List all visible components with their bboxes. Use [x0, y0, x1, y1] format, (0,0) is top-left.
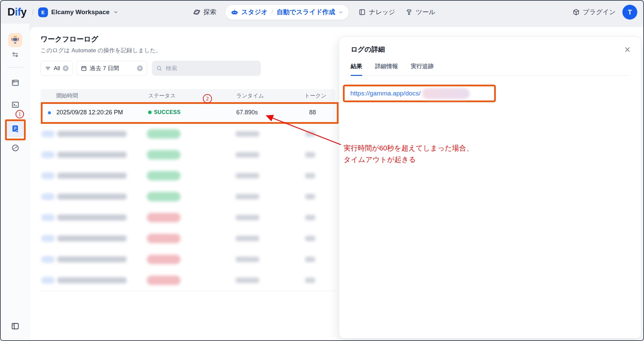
tab-execution-trace[interactable]: 実行追跡 [411, 62, 434, 75]
close-button[interactable] [623, 46, 632, 54]
page-title: ワークフローログ [41, 34, 98, 44]
blurred-start-time [57, 215, 127, 221]
logs-active-tile [7, 120, 24, 137]
blurred-start-time [57, 277, 127, 283]
sidebar-item-orchestrate[interactable] [1, 51, 30, 59]
robot-app-icon [8, 33, 22, 47]
blurred-tokens [305, 236, 315, 241]
blurred-status-badge [147, 234, 181, 243]
blurred-runtime [236, 257, 259, 262]
blurred-runtime [236, 236, 259, 241]
chevron-down-icon[interactable] [338, 10, 343, 15]
dify-app-window: Dify / E Elcamy Workspace 探索 スタジオ / 自動でス… [0, 0, 644, 341]
cube-icon [572, 8, 580, 16]
success-dot-icon [148, 111, 152, 114]
table-row-blurred[interactable] [41, 123, 335, 144]
blurred-status-badge [147, 129, 181, 139]
sidebar-item-monitoring[interactable] [1, 144, 30, 152]
api-terminal-icon [11, 101, 20, 109]
table-row-blurred[interactable] [41, 144, 335, 165]
blurred-dot [41, 277, 55, 284]
blurred-dot [41, 172, 55, 179]
blurred-runtime [236, 131, 259, 137]
table-row-blurred[interactable] [41, 270, 335, 291]
breadcrumb-separator: / [32, 8, 34, 17]
blurred-tokens [305, 257, 315, 262]
log-detail-panel: ログの詳細 結果 詳細情報 実行追跡 https://gamma.app/doc… [339, 36, 641, 339]
blurred-start-time [57, 131, 127, 137]
table-row-blurred[interactable] [41, 249, 335, 270]
status-filter[interactable]: All ✕ [41, 61, 73, 76]
workspace-badge: E [38, 7, 48, 17]
nav-plugins[interactable]: プラグイン [572, 8, 616, 17]
blurred-status-badge [147, 255, 181, 264]
table-row-selected[interactable]: 2025/09/28 12:20:26 PM SUCCESS 67.890s 8… [41, 102, 335, 123]
cell-tokens: 88 [309, 109, 316, 116]
page-subtitle: このログは Automate の操作を記録しました。 [41, 47, 162, 54]
filter-bar: All ✕ 過去 7 日間 ✕ [41, 61, 261, 76]
blurred-tokens [305, 173, 315, 178]
sidebar-item-app[interactable] [1, 33, 30, 47]
blurred-status-badge [147, 192, 181, 201]
nav-studio[interactable]: スタジオ [241, 8, 268, 17]
sidebar-item-api[interactable] [1, 101, 30, 109]
book-icon [358, 8, 366, 16]
chevron-down-icon [113, 9, 118, 15]
col-tokens: トークン [304, 92, 326, 100]
collapse-panel-icon [11, 322, 20, 331]
blurred-status-badge [147, 213, 181, 222]
logs-icon [10, 124, 20, 134]
blurred-start-time [57, 173, 127, 179]
blurred-tokens [305, 215, 315, 220]
dify-logo: Dify [7, 6, 27, 18]
blurred-dot [41, 193, 55, 200]
calendar-icon [81, 65, 87, 72]
table-row-blurred[interactable] [41, 186, 335, 207]
blurred-dot [41, 214, 55, 221]
nav-knowledge[interactable]: ナレッジ [358, 8, 395, 17]
clear-period-filter-icon[interactable]: ✕ [137, 65, 143, 71]
sidebar [1, 24, 30, 340]
planet-icon [193, 8, 200, 16]
workspace-name: Elcamy Workspace [51, 8, 110, 16]
table-row-blurred[interactable] [41, 207, 335, 228]
blurred-tokens [305, 131, 315, 137]
period-filter[interactable]: 過去 7 日間 ✕ [76, 61, 147, 76]
sidebar-item-preview[interactable] [1, 79, 30, 87]
workspace-switcher[interactable]: E Elcamy Workspace [38, 7, 118, 17]
blurred-tokens [305, 278, 315, 283]
blurred-start-time [57, 152, 127, 158]
sidebar-item-logs[interactable] [1, 120, 30, 137]
robot-icon [231, 8, 238, 16]
panel-tabs: 結果 詳細情報 実行追跡 [351, 62, 629, 76]
close-icon [624, 46, 631, 53]
search-icon [156, 65, 162, 72]
tab-result[interactable]: 結果 [351, 62, 362, 76]
status-badge: SUCCESS [154, 109, 181, 115]
nav-current-app[interactable]: 自動でスライド作成 [277, 8, 335, 17]
sidebar-collapse-button[interactable] [1, 322, 30, 331]
redacted-doc-id [422, 88, 470, 99]
monitoring-gauge-icon [11, 144, 20, 152]
nav-explore[interactable]: 探索 [193, 8, 216, 17]
user-avatar[interactable]: T [622, 5, 637, 20]
blurred-status-badge [147, 276, 181, 285]
nav-studio-breadcrumb: スタジオ / 自動でスライド作成 [225, 5, 349, 20]
result-link[interactable]: https://gamma.app/docs/ [350, 90, 421, 97]
table-row-blurred[interactable] [41, 165, 335, 186]
search-input[interactable] [165, 65, 249, 72]
cell-runtime: 67.890s [236, 109, 258, 116]
table-row-blurred[interactable] [41, 228, 335, 249]
blurred-dot [41, 151, 55, 158]
blurred-runtime [236, 215, 259, 220]
sidebar-divider [7, 67, 23, 68]
nav-tools[interactable]: ツール [405, 8, 435, 17]
clear-status-filter-icon[interactable]: ✕ [63, 65, 69, 71]
panel-title: ログの詳細 [351, 45, 385, 54]
blurred-start-time [57, 256, 127, 262]
search-field [152, 61, 261, 76]
blurred-tokens [305, 194, 315, 199]
col-start-time: 開始時間 [56, 92, 78, 100]
tab-detail-info[interactable]: 詳細情報 [375, 62, 398, 75]
app-window-icon [11, 79, 20, 87]
